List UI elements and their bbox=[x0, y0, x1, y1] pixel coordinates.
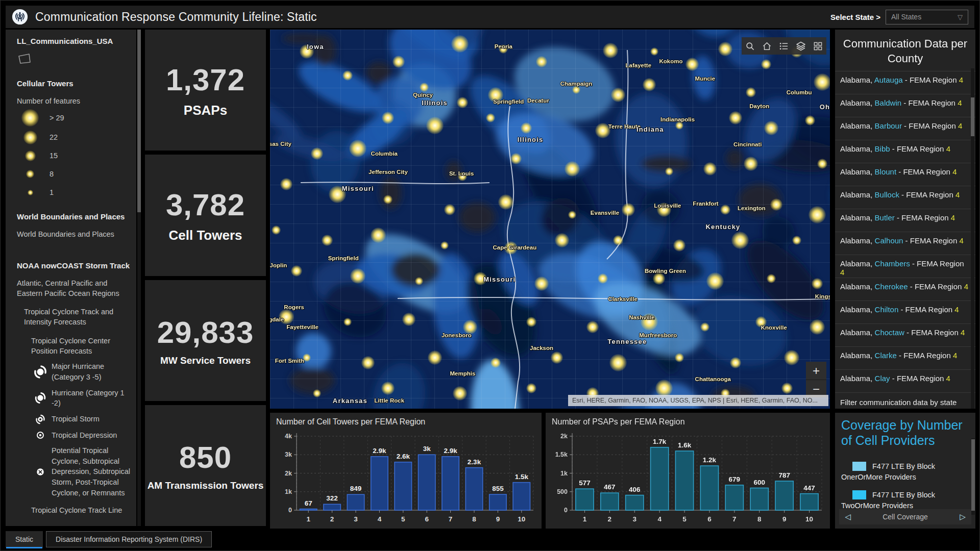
pager-prev-icon[interactable]: ◁ bbox=[839, 512, 856, 521]
cell-tower-cluster[interactable] bbox=[746, 87, 756, 97]
cell-tower-cluster[interactable] bbox=[451, 35, 469, 53]
bar[interactable] bbox=[513, 483, 530, 510]
cell-tower-cluster[interactable] bbox=[685, 58, 699, 71]
cell-tower-cluster[interactable] bbox=[382, 112, 394, 124]
cell-tower-cluster[interactable] bbox=[613, 235, 623, 245]
county-row[interactable]: Alabama, Butler - FEMA Region 4 bbox=[835, 209, 975, 232]
cell-tower-cluster[interactable] bbox=[534, 277, 549, 291]
cell-tower-cluster[interactable] bbox=[440, 241, 449, 249]
cell-tower-cluster[interactable] bbox=[805, 115, 815, 126]
cell-tower-cluster[interactable] bbox=[303, 354, 311, 362]
cell-tower-cluster[interactable] bbox=[611, 88, 625, 102]
bar[interactable] bbox=[489, 494, 506, 510]
cell-tower-cluster[interactable] bbox=[458, 172, 467, 181]
scrollbar-thumb[interactable] bbox=[971, 97, 974, 136]
cell-tower-cluster[interactable] bbox=[650, 47, 658, 56]
county-row[interactable]: Alabama, Autauga - FEMA Region 4 bbox=[835, 71, 975, 94]
cell-tower-cluster[interactable] bbox=[595, 123, 610, 138]
cell-tower-cluster[interactable] bbox=[510, 153, 522, 164]
county-row[interactable]: Alabama, Calhoun - FEMA Region 4 bbox=[835, 232, 975, 255]
cell-tower-cluster[interactable] bbox=[415, 277, 423, 285]
cell-tower-cluster[interactable] bbox=[280, 178, 292, 190]
bar[interactable] bbox=[601, 493, 619, 510]
cell-tower-cluster[interactable] bbox=[720, 205, 730, 215]
county-scrollbar[interactable] bbox=[971, 68, 974, 409]
cell-tower-cluster[interactable] bbox=[381, 382, 395, 395]
cell-tower-cluster[interactable] bbox=[361, 356, 375, 369]
cell-tower-cluster[interactable] bbox=[498, 194, 513, 210]
county-row[interactable]: Alabama, Choctaw - FEMA Region 4 bbox=[835, 324, 975, 347]
cell-tower-cluster[interactable] bbox=[420, 83, 429, 92]
basemap-gallery-icon[interactable] bbox=[813, 41, 823, 51]
county-row[interactable]: Alabama, Chilton - FEMA Region 4 bbox=[835, 301, 975, 324]
cell-tower-cluster[interactable] bbox=[551, 352, 563, 364]
cell-tower-cluster[interactable] bbox=[568, 211, 576, 219]
cell-tower-cluster[interactable] bbox=[350, 268, 365, 284]
cell-tower-cluster[interactable] bbox=[371, 228, 386, 243]
cell-tower-cluster[interactable] bbox=[393, 56, 405, 68]
cell-tower-cluster[interactable] bbox=[808, 206, 826, 223]
cell-tower-cluster[interactable] bbox=[342, 70, 353, 81]
bar[interactable] bbox=[442, 457, 459, 510]
cell-tower-cluster[interactable] bbox=[426, 117, 444, 134]
bar[interactable] bbox=[347, 494, 364, 510]
cell-tower-cluster[interactable] bbox=[565, 161, 580, 177]
county-data-panel[interactable]: Communication Data per County Alabama, A… bbox=[835, 30, 975, 409]
bar[interactable] bbox=[775, 481, 793, 510]
cell-tower-cluster[interactable] bbox=[499, 44, 508, 54]
cell-tower-cluster[interactable] bbox=[322, 235, 333, 246]
county-row[interactable]: Alabama, Bullock - FEMA Region 4 bbox=[835, 186, 975, 209]
cell-tower-cluster[interactable] bbox=[572, 86, 580, 94]
map[interactable]: IowaPeoriaLafayetteKokomoMuncieChampaign… bbox=[270, 30, 830, 409]
county-row[interactable]: Alabama, Clay - FEMA Region 4 bbox=[835, 370, 975, 393]
cell-tower-cluster[interactable] bbox=[279, 309, 294, 324]
bar[interactable] bbox=[465, 468, 482, 510]
cell-tower-cluster[interactable] bbox=[755, 316, 767, 328]
cell-tower-cluster[interactable] bbox=[453, 386, 467, 400]
bar[interactable] bbox=[418, 455, 435, 510]
cell-tower-cluster[interactable] bbox=[300, 44, 314, 59]
bar[interactable] bbox=[324, 504, 340, 510]
bar[interactable] bbox=[626, 495, 644, 510]
cell-tower-cluster[interactable] bbox=[526, 317, 536, 327]
cell-tower-cluster[interactable] bbox=[622, 203, 635, 216]
cell-tower-cluster[interactable] bbox=[486, 113, 495, 122]
cell-tower-cluster[interactable] bbox=[428, 350, 442, 365]
cell-tower-cluster[interactable] bbox=[457, 97, 468, 108]
cell-tower-cluster[interactable] bbox=[653, 272, 665, 285]
search-icon[interactable] bbox=[745, 41, 755, 51]
cell-tower-cluster[interactable] bbox=[344, 318, 352, 326]
cell-tower-cluster[interactable] bbox=[402, 313, 415, 326]
bar[interactable] bbox=[576, 489, 594, 510]
cell-tower-cluster[interactable] bbox=[603, 43, 618, 58]
cell-tower-cluster[interactable] bbox=[641, 313, 658, 331]
cell-tower-cluster[interactable] bbox=[643, 78, 656, 91]
cell-tower-cluster[interactable] bbox=[731, 232, 749, 249]
cell-tower-cluster[interactable] bbox=[291, 265, 302, 277]
cell-tower-cluster[interactable] bbox=[536, 56, 547, 67]
cell-tower-cluster[interactable] bbox=[488, 87, 503, 103]
state-dropdown[interactable]: All States ▽ bbox=[886, 10, 968, 24]
cell-tower-cluster[interactable] bbox=[655, 380, 673, 397]
cell-tower-cluster[interactable] bbox=[521, 122, 532, 134]
county-row[interactable]: Alabama, Clarke - FEMA Region 4 bbox=[835, 347, 975, 370]
layers-icon[interactable] bbox=[796, 41, 806, 51]
cell-tower-cluster[interactable] bbox=[586, 321, 599, 333]
coverage-panel[interactable]: Coverage by Number of Cell Providers F47… bbox=[835, 413, 975, 529]
cell-tower-cluster[interactable] bbox=[665, 167, 673, 176]
cell-tower-cluster[interactable] bbox=[781, 383, 793, 394]
cell-tower-cluster[interactable] bbox=[609, 354, 627, 371]
cell-tower-cluster[interactable] bbox=[555, 233, 569, 247]
cell-tower-cluster[interactable] bbox=[598, 273, 608, 284]
bar[interactable] bbox=[700, 466, 718, 510]
cell-tower-cluster[interactable] bbox=[767, 274, 776, 283]
cell-tower-cluster[interactable] bbox=[272, 226, 281, 235]
cell-tower-cluster[interactable] bbox=[474, 272, 487, 285]
cell-tower-cluster[interactable] bbox=[329, 186, 346, 203]
cell-tower-cluster[interactable] bbox=[700, 322, 709, 332]
coverage-scrollbar[interactable] bbox=[971, 438, 975, 515]
bar[interactable] bbox=[371, 457, 388, 510]
cell-tower-cluster[interactable] bbox=[718, 42, 732, 56]
cell-tower-cluster[interactable] bbox=[349, 140, 366, 157]
county-row[interactable]: Alabama, Cherokee - FEMA Region 4 bbox=[835, 278, 975, 301]
